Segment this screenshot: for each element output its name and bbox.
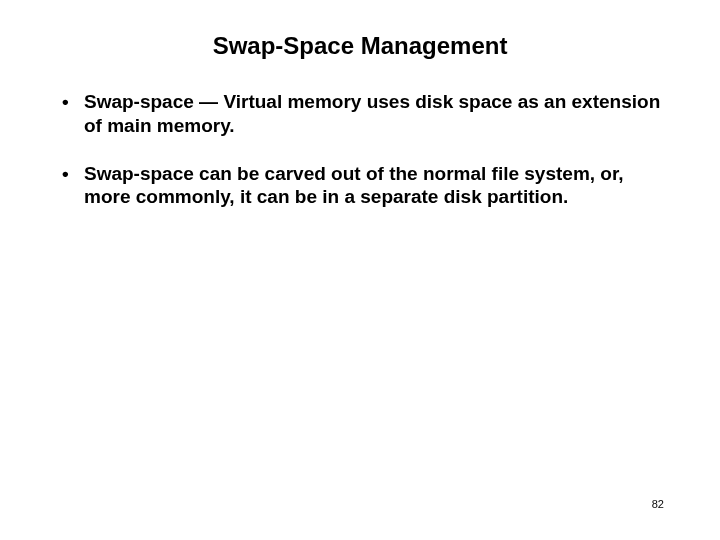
bullet-item: Swap-space — Virtual memory uses disk sp… [56,90,664,138]
bullet-item: Swap-space can be carved out of the norm… [56,162,664,210]
bullet-list: Swap-space — Virtual memory uses disk sp… [56,90,664,209]
slide-title: Swap-Space Management [56,32,664,60]
page-number: 82 [652,498,664,510]
slide: Swap-Space Management Swap-space — Virtu… [0,0,720,540]
